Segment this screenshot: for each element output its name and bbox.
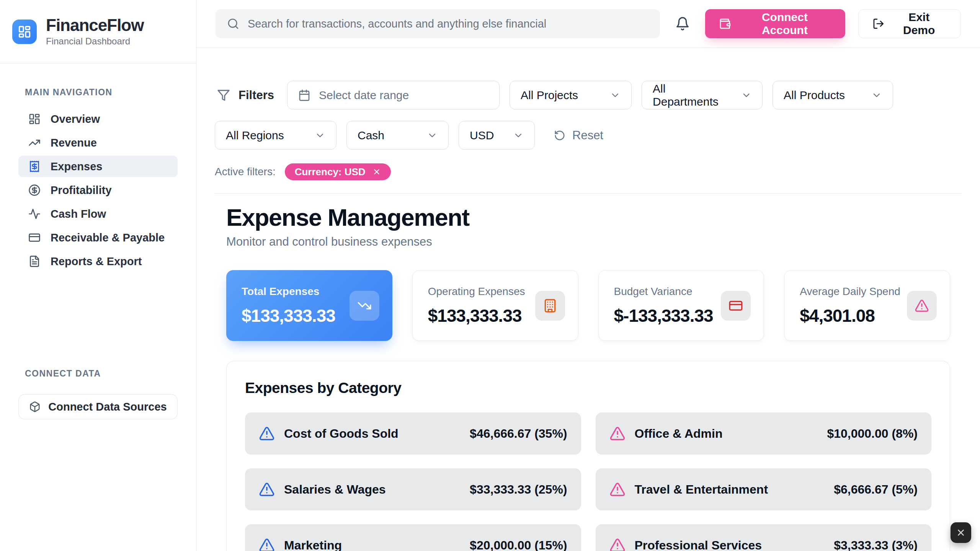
exit-demo-button[interactable]: Exit Demo	[858, 9, 961, 38]
search-icon	[227, 18, 239, 30]
payment-method-filter-select[interactable]: Cash	[346, 121, 449, 150]
rotate-ccw-icon	[554, 130, 565, 141]
sidebar-item-label: Receivable & Payable	[51, 231, 165, 244]
calendar-icon	[298, 89, 310, 101]
chevron-down-icon	[610, 90, 621, 101]
alert-triangle-icon	[609, 481, 626, 497]
filters-panel: Filters Select date range All Projects A…	[215, 81, 962, 180]
circle-dollar-icon	[28, 184, 41, 196]
category-row-travel-entertainment: Travel & Entertainment $6,666.67 (5%)	[596, 468, 932, 510]
sidebar-item-cash-flow[interactable]: Cash Flow	[18, 203, 178, 225]
page-subtitle: Monitor and control business expenses	[226, 235, 950, 249]
funnel-icon	[217, 89, 230, 102]
sidebar-item-expenses[interactable]: Expenses	[18, 156, 178, 177]
nav-section-label: MAIN NAVIGATION	[25, 87, 196, 98]
alert-triangle-icon	[907, 291, 937, 321]
alert-triangle-icon	[609, 537, 626, 551]
stat-cards: Total Expenses $133,333.33 Operating Exp…	[226, 270, 950, 341]
category-amount: $3,333.33 (3%)	[834, 538, 918, 551]
connect-data-section-label: CONNECT DATA	[25, 368, 196, 379]
sidebar-item-profitability[interactable]: Profitability	[18, 179, 178, 201]
sidebar-item-label: Profitability	[51, 184, 112, 197]
main-navigation: Overview Revenue Expenses Profitability …	[0, 108, 196, 272]
bell-icon	[675, 16, 690, 31]
page-content: Filters Select date range All Projects A…	[196, 48, 980, 551]
section-divider	[215, 193, 962, 194]
currency-filter-value: USD	[470, 129, 494, 142]
stat-card-average-daily-spend: Average Daily Spend $4,301.08	[784, 270, 950, 341]
receipt-icon	[28, 160, 41, 173]
category-row-salaries-wages: Salaries & Wages $33,333.33 (25%)	[245, 468, 581, 510]
stat-card-operating-expenses: Operating Expenses $133,333.33	[412, 270, 578, 341]
app-root: FinanceFlow Financial Dashboard MAIN NAV…	[0, 0, 980, 551]
chevron-down-icon	[871, 90, 882, 101]
activity-icon	[28, 208, 41, 220]
credit-card-icon	[28, 231, 41, 244]
category-amount: $20,000.00 (15%)	[470, 538, 567, 551]
stat-card-total-expenses: Total Expenses $133,333.33	[226, 270, 392, 341]
filters-label: Filters	[238, 88, 274, 102]
brand: FinanceFlow Financial Dashboard	[0, 0, 196, 64]
date-range-input[interactable]: Select date range	[287, 81, 500, 109]
connect-account-button[interactable]: Connect Account	[705, 9, 845, 38]
sidebar-item-label: Reports & Export	[51, 255, 142, 268]
global-search	[216, 9, 660, 38]
sidebar: FinanceFlow Financial Dashboard MAIN NAV…	[0, 0, 196, 551]
currency-filter-select[interactable]: USD	[459, 121, 535, 150]
brand-subtitle: Financial Dashboard	[46, 36, 144, 47]
notifications-button[interactable]	[673, 14, 692, 33]
sidebar-item-reports-export[interactable]: Reports & Export	[18, 251, 178, 272]
regions-filter-select[interactable]: All Regions	[215, 121, 336, 150]
sidebar-item-revenue[interactable]: Revenue	[18, 132, 178, 153]
chevron-down-icon	[427, 130, 438, 141]
chevron-down-icon	[315, 130, 325, 141]
exit-demo-label: Exit Demo	[891, 11, 947, 37]
products-filter-select[interactable]: All Products	[773, 81, 893, 109]
wallet-icon	[719, 18, 731, 30]
departments-filter-value: All Departments	[653, 82, 733, 108]
sidebar-item-label: Overview	[51, 113, 100, 126]
category-row-cost-of-goods-sold: Cost of Goods Sold $46,666.67 (35%)	[245, 412, 581, 455]
alert-triangle-icon	[259, 481, 275, 497]
building-icon	[535, 291, 565, 321]
payment-method-filter-value: Cash	[358, 129, 384, 142]
layout-dashboard-icon	[28, 113, 41, 125]
departments-filter-select[interactable]: All Departments	[642, 81, 763, 109]
widget-close-button[interactable]	[951, 522, 971, 543]
connect-data-sources-button[interactable]: Connect Data Sources	[18, 394, 178, 419]
reset-filters-button[interactable]: Reset	[554, 129, 603, 142]
chip-close-icon[interactable]	[372, 168, 381, 176]
reset-filters-label: Reset	[572, 129, 603, 142]
trending-up-icon	[28, 137, 41, 149]
connect-account-label: Connect Account	[738, 11, 831, 37]
sidebar-item-label: Revenue	[51, 137, 97, 149]
category-amount: $46,666.67 (35%)	[470, 427, 567, 441]
sidebar-item-label: Expenses	[51, 160, 102, 173]
chevron-down-icon	[513, 130, 524, 141]
category-row-marketing: Marketing $20,000.00 (15%)	[245, 524, 581, 551]
category-name: Travel & Entertainment	[635, 483, 768, 497]
connect-data-sources-label: Connect Data Sources	[48, 401, 167, 413]
close-icon	[956, 528, 966, 538]
category-row-professional-services: Professional Services $3,333.33 (3%)	[596, 524, 932, 551]
category-amount: $10,000.00 (8%)	[827, 427, 918, 441]
regions-filter-value: All Regions	[226, 129, 284, 142]
projects-filter-select[interactable]: All Projects	[510, 81, 632, 109]
active-filter-chip[interactable]: Currency: USD	[285, 163, 391, 180]
category-name: Salaries & Wages	[284, 483, 386, 497]
main-column: Connect Account Exit Demo Filters Select…	[196, 0, 980, 551]
alert-triangle-icon	[609, 425, 626, 442]
file-text-icon	[28, 255, 41, 267]
expenses-by-category-card: Expenses by Category Cost of Goods Sold …	[226, 361, 950, 551]
credit-card-icon	[721, 291, 751, 321]
sidebar-item-label: Cash Flow	[51, 208, 106, 220]
sidebar-item-receivable-payable[interactable]: Receivable & Payable	[18, 227, 178, 248]
category-grid: Cost of Goods Sold $46,666.67 (35%) Offi…	[245, 412, 931, 551]
search-input[interactable]	[248, 18, 648, 30]
category-name: Office & Admin	[635, 427, 723, 441]
category-name: Professional Services	[635, 538, 762, 551]
sidebar-item-overview[interactable]: Overview	[18, 108, 178, 130]
log-out-icon	[872, 18, 885, 30]
category-row-office-admin: Office & Admin $10,000.00 (8%)	[596, 412, 932, 455]
projects-filter-value: All Projects	[521, 89, 578, 102]
